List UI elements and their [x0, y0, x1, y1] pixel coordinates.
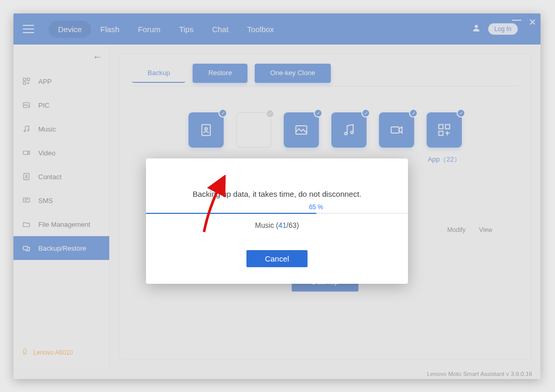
- progress-percent: 65 %: [309, 204, 323, 211]
- progress-item-label: Music (41/63): [255, 221, 299, 229]
- progress-track: [146, 213, 408, 214]
- progress-fill: [146, 213, 316, 214]
- cancel-button[interactable]: Cancel: [246, 250, 308, 267]
- progress-modal: Backing up data, it takes time, do not d…: [146, 158, 408, 284]
- modal-message: Backing up data, it takes time, do not d…: [193, 190, 361, 198]
